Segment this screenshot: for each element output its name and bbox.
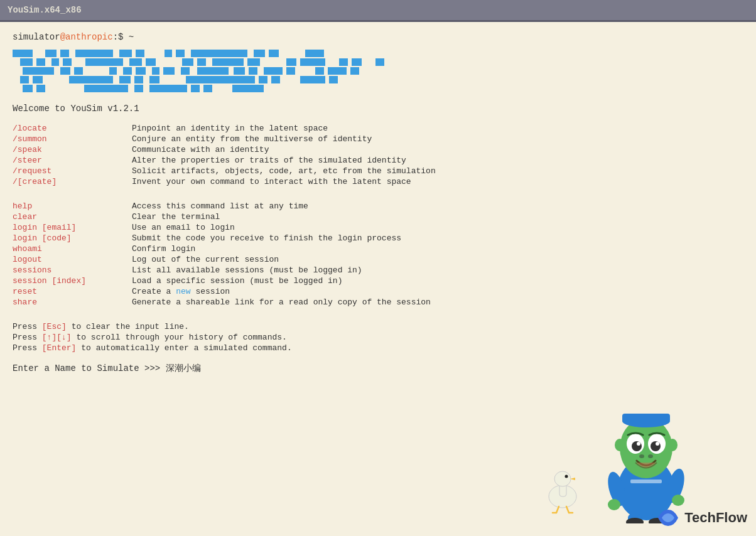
cmd-share: share Generate a shareable link for a re…	[13, 297, 743, 307]
svg-point-16	[656, 442, 659, 446]
util-command-list: help Access this command list at any tim…	[13, 201, 743, 307]
cmd-clear: clear Clear the terminal	[13, 212, 743, 222]
prompt-shell: :$ ~	[113, 32, 134, 42]
welcome-text: Welcome to YouSim v1.2.1	[13, 104, 743, 114]
cmd-desc-login-email: Use an email to login	[132, 223, 235, 232]
cmd-help: help Access this command list at any tim…	[13, 201, 743, 211]
hints-section: Press [Esc] to clear the input line. Pre…	[13, 322, 743, 353]
cmd-name-logout: logout	[13, 255, 132, 264]
cmd-desc-clear: Clear the terminal	[132, 212, 220, 222]
cmd-steer: /steer Alter the properties or traits of…	[13, 156, 743, 165]
cmd-desc-session-index: Load a specific session (must be logged …	[132, 276, 342, 286]
cmd-name-steer: /steer	[13, 156, 132, 165]
svg-point-30	[622, 415, 670, 427]
svg-point-13	[632, 441, 642, 451]
svg-rect-21	[630, 480, 662, 483]
input-line[interactable]: Enter a Name to Simulate >>> 深潮小编	[13, 363, 743, 374]
terminal-body: simulator@anthropic:$ ~	[0, 22, 756, 536]
cmd-name-login-code: login [code]	[13, 233, 132, 243]
cmd-name-session-index: session [index]	[13, 276, 132, 286]
cmd-desc-request: Solicit artifacts, objects, code, art, e…	[132, 166, 436, 176]
cmd-sessions: sessions List all available sessions (mu…	[13, 265, 743, 275]
prompt-line: simulator@anthropic:$ ~	[13, 32, 743, 42]
svg-rect-31	[622, 414, 670, 422]
cmd-name-clear: clear	[13, 212, 132, 222]
svg-point-15	[637, 442, 640, 446]
techflow-label: TechFlow	[684, 510, 747, 526]
cmd-name-create: /[create]	[13, 177, 132, 186]
svg-rect-26	[628, 514, 642, 523]
prompt-user: simulator	[13, 32, 60, 42]
svg-point-23	[664, 467, 687, 505]
window-title: YouSim.x64_x86	[8, 5, 82, 15]
svg-point-18	[648, 454, 653, 458]
cmd-desc-locate: Pinpoint an identity in the latent space	[132, 124, 328, 133]
techflow-icon	[657, 508, 679, 527]
svg-point-20	[667, 439, 678, 451]
cmd-name-reset: reset	[13, 287, 132, 296]
svg-point-24	[608, 499, 620, 510]
cmd-desc-speak: Communicate with an identity	[132, 145, 269, 154]
cmd-speak: /speak Communicate with an identity	[13, 145, 743, 154]
cmd-login-email: login [email] Use an email to login	[13, 223, 743, 232]
svg-line-5	[556, 507, 559, 513]
cmd-summon: /summon Conjure an entity from the multi…	[13, 134, 743, 144]
svg-point-28	[626, 518, 644, 523]
hint-key-esc: [Esc]	[42, 322, 67, 331]
cmd-name-speak: /speak	[13, 145, 132, 154]
cmd-reset: reset Create a new session	[13, 287, 743, 296]
svg-point-9	[618, 458, 674, 520]
svg-point-19	[615, 439, 625, 451]
cmd-request: /request Solicit artifacts, objects, cod…	[13, 166, 743, 176]
cmd-desc-sessions: List all available sessions (must be log…	[132, 265, 362, 275]
ascii-art	[13, 50, 743, 92]
cmd-session-index: session [index] Load a specific session …	[13, 276, 743, 286]
hint-enter: Press [Enter] to automatically enter a s…	[13, 343, 743, 353]
svg-line-6	[566, 507, 569, 513]
svg-point-12	[648, 434, 666, 454]
hint-key-enter: [Enter]	[42, 343, 77, 353]
svg-point-10	[620, 418, 672, 478]
cmd-name-login-email: login [email]	[13, 223, 132, 232]
cmd-name-request: /request	[13, 166, 132, 176]
svg-point-14	[651, 441, 661, 451]
cmd-login-code: login [code] Submit the code you receive…	[13, 233, 743, 243]
svg-rect-1	[559, 483, 566, 496]
cmd-name-summon: /summon	[13, 134, 132, 144]
svg-point-22	[605, 470, 629, 508]
hint-esc: Press [Esc] to clear the input line.	[13, 322, 743, 331]
prompt-host: @anthropic	[60, 32, 113, 42]
cmd-desc-create: Invent your own command to interact with…	[132, 177, 411, 186]
pepe-svg	[605, 407, 687, 523]
input-value: 深潮小编	[166, 363, 201, 373]
cmd-locate: /locate Pinpoint an identity in the late…	[13, 124, 743, 133]
svg-point-29	[649, 518, 666, 523]
cmd-desc-help: Access this command list at any time	[132, 201, 308, 211]
deco-area: TechFlow	[505, 379, 756, 536]
cmd-desc-logout: Log out of the current session	[132, 255, 279, 264]
cmd-desc-summon: Conjure an entity from the multiverse of…	[132, 134, 372, 144]
cmd-desc-share: Generate a shareable link for a read onl…	[132, 297, 431, 307]
cmd-desc-login-code: Submit the code you receive to finish th…	[132, 233, 401, 243]
svg-marker-3	[570, 478, 575, 480]
svg-point-17	[639, 454, 644, 458]
command-list: /locate Pinpoint an identity in the late…	[13, 124, 743, 186]
hint-arrows: Press [↑][↓] to scroll through your hist…	[13, 333, 743, 342]
duck-svg	[543, 451, 583, 514]
cmd-desc-steer: Alter the properties or traits of the si…	[132, 156, 406, 165]
svg-point-4	[565, 475, 568, 478]
input-prefix: Enter a Name to Simulate >>>	[13, 363, 166, 373]
cmd-name-help: help	[13, 201, 132, 211]
title-bar: YouSim.x64_x86	[0, 0, 756, 20]
cmd-create: /[create] Invent your own command to int…	[13, 177, 743, 186]
cmd-desc-reset: Create a new session	[132, 287, 230, 296]
techflow-logo: TechFlow	[657, 508, 747, 527]
cmd-whoami: whoami Confirm login	[13, 244, 743, 254]
cmd-name-whoami: whoami	[13, 244, 132, 254]
svg-point-2	[554, 471, 571, 486]
cmd-name-locate: /locate	[13, 124, 132, 133]
cmd-desc-whoami: Confirm login	[132, 244, 195, 254]
svg-point-11	[627, 434, 644, 454]
svg-rect-27	[651, 514, 664, 523]
cmd-logout: logout Log out of the current session	[13, 255, 743, 264]
